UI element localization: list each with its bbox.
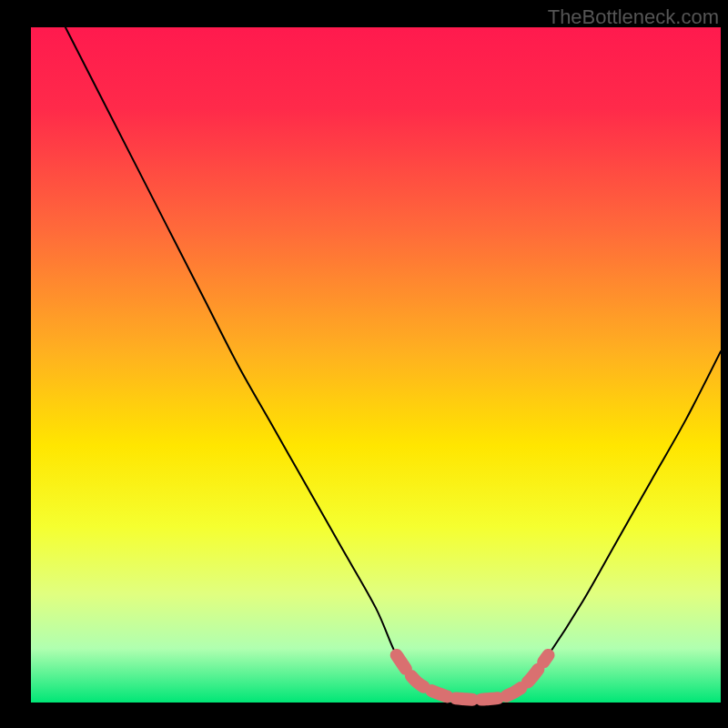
plot-background [31, 27, 721, 703]
chart-svg [0, 0, 728, 728]
watermark-text: TheBottleneck.com [548, 5, 719, 29]
bottleneck-chart [0, 0, 728, 728]
